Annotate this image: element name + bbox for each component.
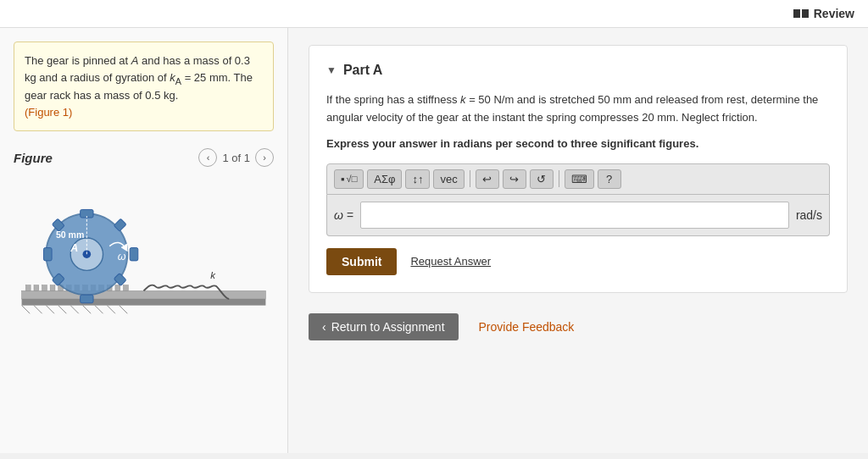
svg-text:A: A	[70, 243, 78, 255]
review-icon	[793, 9, 809, 18]
answer-instruction: Express your answer in radians per secon…	[326, 137, 830, 150]
svg-rect-13	[42, 285, 47, 291]
review-label: Review	[814, 7, 854, 20]
figure-link[interactable]: (Figure 1)	[25, 106, 72, 119]
toolbar-help-btn[interactable]: ?	[598, 169, 621, 189]
part-card: ▼ Part A If the spring has a stiffness k…	[309, 45, 848, 293]
action-row: Submit Request Answer	[326, 248, 830, 275]
svg-line-7	[95, 306, 103, 314]
right-panel: ▼ Part A If the spring has a stiffness k…	[288, 28, 868, 453]
svg-rect-12	[34, 285, 39, 291]
provide-feedback-link[interactable]: Provide Feedback	[479, 320, 575, 334]
toolbar-reset-btn[interactable]: ↺	[530, 169, 554, 189]
toolbar-alpha-btn[interactable]: ΑΣφ	[367, 169, 402, 189]
svg-rect-28	[43, 248, 52, 261]
figure-next-btn[interactable]: ›	[255, 148, 274, 167]
problem-description: The gear is pinned at A and has a mass o…	[14, 41, 274, 131]
figure-prev-btn[interactable]: ‹	[198, 148, 217, 167]
part-header: ▼ Part A	[326, 63, 830, 78]
collapse-icon[interactable]: ▼	[326, 64, 337, 76]
svg-line-6	[83, 306, 92, 314]
left-panel: The gear is pinned at A and has a mass o…	[0, 28, 288, 453]
part-title: Part A	[343, 63, 383, 78]
svg-rect-14	[50, 285, 55, 291]
bottom-actions: ‹ Return to Assignment Provide Feedback	[309, 313, 848, 340]
toolbar-undo-btn[interactable]: ↩	[476, 169, 499, 189]
toolbar-vec-btn[interactable]: vec	[433, 169, 464, 189]
answer-input[interactable]	[360, 202, 789, 229]
svg-rect-22	[115, 285, 120, 291]
svg-line-8	[107, 306, 115, 314]
part-description: If the spring has a stiffness k = 50 N/m…	[326, 91, 830, 127]
return-label: Return to Assignment	[331, 320, 445, 334]
omega-label: ω =	[334, 208, 353, 222]
svg-line-5	[70, 306, 79, 314]
review-link[interactable]: Review	[793, 7, 854, 20]
figure-nav: ‹ 1 of 1 ›	[198, 148, 274, 167]
svg-line-9	[120, 306, 128, 314]
figure-section: Figure ‹ 1 of 1 ›	[14, 148, 274, 343]
toolbar-sep2	[559, 170, 559, 187]
figure-header: Figure ‹ 1 of 1 ›	[14, 148, 274, 167]
return-to-assignment-button[interactable]: ‹ Return to Assignment	[309, 313, 459, 340]
toolbar-sep1	[470, 170, 470, 187]
svg-rect-27	[81, 296, 93, 304]
unit-label: rad/s	[796, 208, 822, 222]
toolbar-keyboard-btn[interactable]: ⌨	[565, 169, 594, 189]
submit-button[interactable]: Submit	[326, 248, 397, 275]
figure-title: Figure	[14, 151, 53, 165]
svg-line-1	[22, 306, 31, 314]
svg-rect-29	[130, 248, 138, 261]
svg-line-4	[58, 306, 67, 314]
svg-rect-23	[124, 285, 129, 291]
return-chevron-icon: ‹	[322, 320, 326, 334]
svg-text:k: k	[210, 270, 216, 280]
svg-rect-10	[22, 291, 266, 300]
svg-rect-11	[25, 285, 31, 291]
problem-text-main: The gear is pinned at A and has a mass o…	[25, 54, 253, 102]
toolbar-arrow-btn[interactable]: ↕↑	[405, 169, 430, 189]
top-bar: Review	[0, 0, 868, 28]
svg-line-3	[46, 306, 54, 314]
svg-text:ω: ω	[118, 251, 126, 263]
figure-page-indicator: 1 of 1	[222, 152, 250, 164]
main-layout: The gear is pinned at A and has a mass o…	[0, 28, 868, 453]
toolbar-redo-btn[interactable]: ↪	[503, 169, 526, 189]
request-answer-button[interactable]: Request Answer	[410, 255, 491, 268]
svg-text:50 mm: 50 mm	[56, 230, 84, 240]
answer-row: ω = rad/s	[326, 195, 830, 236]
svg-rect-0	[22, 299, 266, 306]
toolbar-sqrt-btn[interactable]: ▪√□	[334, 169, 364, 189]
svg-line-2	[34, 306, 42, 314]
math-toolbar: ▪√□ ΑΣφ ↕↑ vec ↩ ↪ ↺	[326, 163, 830, 195]
figure-image: k	[14, 174, 274, 343]
